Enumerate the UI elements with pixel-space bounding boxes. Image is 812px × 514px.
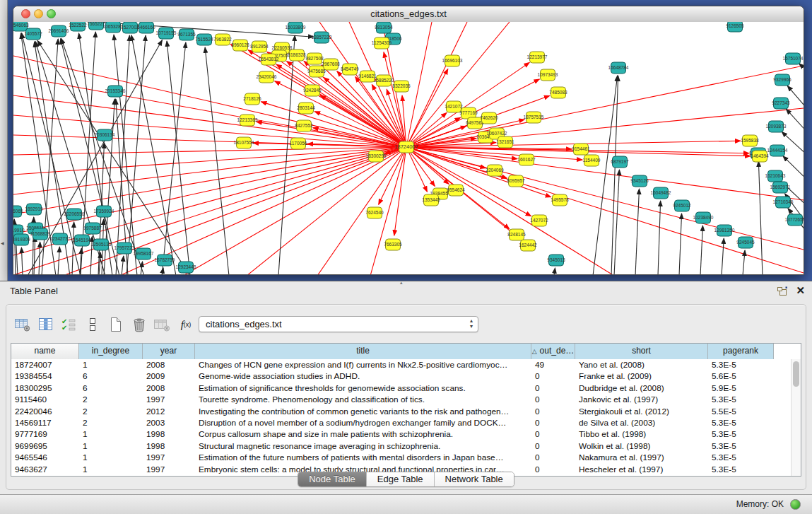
- column-header-in_degree[interactable]: in_degree: [79, 344, 143, 359]
- network-node[interactable]: 1522522: [69, 22, 87, 31]
- network-node[interactable]: 20306134: [95, 129, 115, 141]
- network-node[interactable]: 16033809: [286, 22, 306, 33]
- splitter-handle[interactable]: ▴: [400, 280, 403, 286]
- red-edge[interactable]: [384, 52, 405, 141]
- black-edge[interactable]: [183, 274, 184, 275]
- network-node[interactable]: 12213977: [527, 52, 548, 63]
- network-node[interactable]: 23420046: [257, 71, 277, 83]
- network-node[interactable]: 18107554: [234, 137, 254, 148]
- float-panel-button[interactable]: [777, 286, 788, 296]
- network-node[interactable]: 16049482: [651, 187, 671, 199]
- network-node[interactable]: 1321651: [496, 136, 514, 148]
- collapsed-control-panel[interactable]: ◀: [0, 0, 8, 281]
- network-node[interactable]: 9242845: [303, 85, 322, 96]
- network-node[interactable]: 6466160: [137, 22, 155, 33]
- table-cell[interactable]: 5.9E-5: [708, 382, 774, 394]
- network-node[interactable]: 7963822: [213, 34, 232, 45]
- show-columns-button[interactable]: [37, 316, 55, 333]
- network-node[interactable]: 16782759: [155, 255, 175, 266]
- table-cell[interactable]: 2003: [143, 417, 195, 428]
- table-row[interactable]: 969969511998Structural magnetic resonanc…: [11, 440, 791, 452]
- network-node[interactable]: 9245012: [673, 200, 691, 211]
- network-node[interactable]: 9671355: [177, 29, 196, 40]
- network-node[interactable]: 1527002: [121, 22, 139, 33]
- network-node[interactable]: 12505135: [91, 239, 112, 250]
- black-edge[interactable]: [799, 64, 804, 71]
- network-node[interactable]: 2803144: [297, 103, 315, 114]
- network-node[interactable]: 9475685: [307, 66, 326, 77]
- network-node[interactable]: 15692971: [770, 182, 791, 193]
- table-cell[interactable]: 19384554: [11, 370, 79, 382]
- table-cell[interactable]: 5.3E-5: [708, 394, 774, 405]
- network-node[interactable]: 12981350: [714, 225, 735, 236]
- network-node[interactable]: 1595838: [741, 135, 759, 146]
- network-canvas[interactable]: 2546063140557220691406152252275652271065…: [13, 22, 804, 275]
- black-edge[interactable]: [58, 247, 59, 275]
- scrollbar-thumb[interactable]: [793, 361, 799, 387]
- black-edge[interactable]: [131, 35, 176, 275]
- network-node[interactable]: 19958167: [134, 248, 154, 259]
- black-edge[interactable]: [783, 156, 804, 181]
- network-node[interactable]: 7485083: [549, 87, 567, 98]
- table-cell[interactable]: 1998: [143, 440, 195, 452]
- black-edge[interactable]: [39, 242, 40, 275]
- table-cell[interactable]: 5.6E-5: [708, 370, 774, 382]
- table-cell[interactable]: 9115460: [11, 394, 79, 405]
- table-cell[interactable]: Corpus callosum shape and size in male p…: [195, 428, 531, 440]
- network-node[interactable]: 12444154: [767, 145, 788, 156]
- column-header-pagerank[interactable]: pagerank: [708, 344, 774, 359]
- table-cell[interactable]: Investigating the contribution of common…: [195, 406, 531, 417]
- table-cell[interactable]: 0: [531, 452, 575, 463]
- network-node[interactable]: 20153346: [105, 86, 126, 97]
- black-edge[interactable]: [593, 76, 618, 275]
- table-cell[interactable]: 1: [79, 440, 143, 452]
- network-node[interactable]: 2718126: [243, 93, 261, 105]
- network-node[interactable]: 8813054: [375, 22, 393, 33]
- network-node[interactable]: 1170056: [290, 138, 307, 149]
- network-node[interactable]: 13857223: [312, 32, 332, 43]
- table-cell[interactable]: Estimation of the future numbers of pati…: [195, 452, 531, 463]
- black-edge[interactable]: [34, 236, 35, 275]
- network-node[interactable]: 9345013: [547, 255, 565, 266]
- column-header-name[interactable]: name: [11, 344, 79, 359]
- network-node[interactable]: 1495578: [551, 194, 569, 206]
- table-cell[interactable]: Disruption of a novel member of a sodium…: [195, 417, 531, 428]
- black-edge[interactable]: [758, 161, 763, 275]
- network-node[interactable]: 16543812: [259, 54, 279, 65]
- table-cell[interactable]: Nakamura et al. (1997): [575, 452, 708, 463]
- network-node[interactable]: 20206556: [64, 209, 85, 220]
- network-node[interactable]: 9245045: [736, 237, 755, 248]
- network-node[interactable]: 20691406: [49, 25, 69, 37]
- network-node[interactable]: 8322035: [392, 81, 411, 92]
- table-cell[interactable]: 5.3E-5: [708, 428, 774, 440]
- table-row[interactable]: 977716911998Corpus callosum shape and si…: [11, 428, 791, 440]
- network-node[interactable]: 10973493: [538, 69, 558, 81]
- black-edge[interactable]: [141, 262, 143, 275]
- network-node[interactable]: 1353445: [422, 194, 440, 206]
- network-node[interactable]: 8427552: [295, 120, 313, 132]
- network-node[interactable]: 8248145: [507, 229, 526, 240]
- toggle-rows-button[interactable]: [83, 316, 102, 333]
- network-node[interactable]: 8095957: [507, 175, 525, 187]
- network-node[interactable]: 15885220: [374, 75, 394, 86]
- tab-network-table[interactable]: Network Table: [434, 472, 514, 486]
- table-row[interactable]: 1938455462009Genome-wide association stu…: [11, 370, 791, 382]
- network-node[interactable]: 2516065: [13, 206, 23, 217]
- network-node[interactable]: 9227343: [772, 98, 790, 109]
- table-cell[interactable]: 9465546: [11, 452, 79, 463]
- table-cell[interactable]: 5.3E-5: [708, 440, 774, 452]
- network-node[interactable]: 9154461: [572, 144, 590, 155]
- red-edge[interactable]: [314, 112, 400, 145]
- tab-edge-table[interactable]: Edge Table: [366, 472, 434, 486]
- table-cell[interactable]: 2: [79, 394, 143, 405]
- table-cell[interactable]: Stergiakouli et al. (2012): [575, 406, 708, 417]
- network-node[interactable]: 17359924: [94, 206, 114, 217]
- network-node[interactable]: 7462620: [480, 112, 498, 124]
- network-node[interactable]: 9827508: [305, 53, 324, 64]
- network-node[interactable]: 18300295: [366, 151, 387, 162]
- table-cell[interactable]: Franke et al. (2009): [575, 370, 708, 382]
- table-cell[interactable]: 49: [531, 359, 575, 370]
- table-cell[interactable]: 1997: [143, 394, 195, 405]
- network-node[interactable]: 12923448: [176, 262, 196, 273]
- black-edge[interactable]: [635, 189, 640, 275]
